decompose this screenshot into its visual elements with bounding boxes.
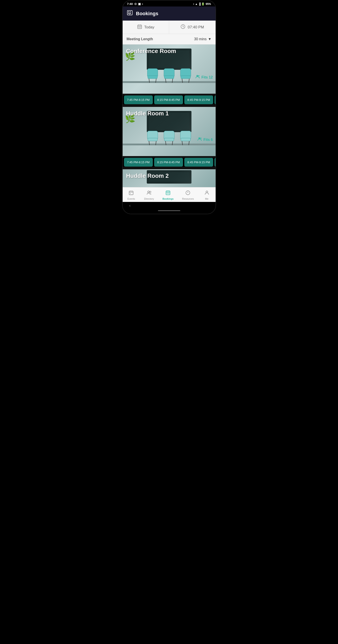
status-left: 7:40 ⊙ ▣ • xyxy=(127,2,143,6)
room-name-overlay-2: Huddle Room 1 xyxy=(123,107,216,120)
svg-rect-12 xyxy=(140,27,141,28)
signal-icon: ▐ xyxy=(199,2,201,6)
svg-rect-29 xyxy=(167,193,167,194)
clock-icon xyxy=(181,24,185,30)
top-filters: Today 07:40 PM xyxy=(123,20,216,34)
chair-1a xyxy=(147,68,158,82)
room-name-overlay-1: Conference Room xyxy=(123,44,216,58)
slot-1-3[interactable]: 9:15 PM-9:45 PM xyxy=(214,96,216,104)
nav-label-bookings: Bookings xyxy=(162,198,174,200)
home-indicator xyxy=(123,208,216,214)
room-illustration-1: 🌿 xyxy=(123,44,216,94)
battery-percent: 95% xyxy=(206,2,211,6)
battery-icon: 🔋 xyxy=(201,2,205,6)
nav-item-bookings[interactable]: Bookings xyxy=(160,189,176,201)
nav-label-me: Me xyxy=(205,198,208,200)
room-illustration-3: Huddle Room 2 xyxy=(123,169,216,187)
svg-rect-10 xyxy=(138,27,139,28)
room-card-1: 🌿 xyxy=(123,44,216,107)
app-header: Bookings xyxy=(123,6,216,20)
slot-1-1[interactable]: 8:15 PM-8:45 PM xyxy=(154,96,183,104)
dot-small: • xyxy=(193,2,194,6)
room-name-1: Conference Room xyxy=(126,48,176,54)
room-name-2: Huddle Room 1 xyxy=(126,110,169,117)
slot-1-2[interactable]: 8:45 PM-9:15 PM xyxy=(184,96,213,104)
capacity-text-2: Fits 6 xyxy=(204,138,213,142)
time-filter[interactable]: 07:40 PM xyxy=(169,20,216,34)
time-slots-2: 7:45 PM-8:15 PM 8:15 PM-8:45 PM 8:45 PM-… xyxy=(123,158,216,166)
back-arrow-area: ‹ xyxy=(123,202,216,208)
back-arrow-icon[interactable]: ‹ xyxy=(129,203,131,208)
svg-rect-1 xyxy=(128,12,129,12)
capacity-icon-1 xyxy=(195,74,200,80)
home-bar xyxy=(158,210,180,211)
slot-2-3[interactable]: 9:15 PM-9:45 PM xyxy=(214,158,216,166)
slots-row-2: 7:45 PM-8:15 PM 8:15 PM-8:45 PM 8:45 PM-… xyxy=(123,156,216,169)
room-name-3: Huddle Room 2 xyxy=(126,172,169,179)
room-card-3: Huddle Room 2 xyxy=(123,169,216,187)
svg-rect-11 xyxy=(139,27,140,28)
meeting-length-bar: Meeting Length 30 mins ▼ xyxy=(123,34,216,44)
wifi-icon: ▲ xyxy=(195,2,198,6)
nav-label-directory: Directory xyxy=(144,198,154,200)
directory-icon xyxy=(146,190,152,197)
date-label: Today xyxy=(144,25,154,30)
status-bar: 7:40 ⊙ ▣ • • ▲ ▐ 🔋 95% xyxy=(123,0,216,6)
events-icon xyxy=(128,190,134,197)
app-title: Bookings xyxy=(136,11,158,16)
bookings-icon xyxy=(165,190,171,197)
chair-2c xyxy=(180,131,191,144)
svg-rect-31 xyxy=(169,193,169,194)
slot-2-0[interactable]: 7:45 PM-8:15 PM xyxy=(124,158,153,166)
svg-rect-30 xyxy=(168,193,168,194)
nav-label-events: Events xyxy=(128,198,135,200)
calendar-icon xyxy=(137,24,142,30)
svg-point-19 xyxy=(200,138,201,139)
time-slots-1: 7:45 PM-8:15 PM 8:15 PM-8:45 PM 8:45 PM-… xyxy=(123,96,216,104)
svg-point-17 xyxy=(198,75,199,76)
status-right: • ▲ ▐ 🔋 95% xyxy=(193,2,211,6)
svg-point-18 xyxy=(198,138,200,139)
room-name-overlay-3: Huddle Room 2 xyxy=(123,169,216,182)
meeting-length-dropdown[interactable]: 30 mins ▼ xyxy=(194,37,212,41)
nav-item-directory[interactable]: Directory xyxy=(142,189,156,201)
slots-row-1: 7:45 PM-8:15 PM 8:15 PM-8:45 PM 8:45 PM-… xyxy=(123,94,216,107)
svg-rect-20 xyxy=(129,191,133,195)
chair-1c xyxy=(180,68,191,82)
slot-1-0[interactable]: 7:45 PM-8:15 PM xyxy=(124,96,153,104)
room-illustration-2: 🌿 xyxy=(123,107,216,156)
date-filter[interactable]: Today xyxy=(123,20,169,34)
slot-2-2[interactable]: 8:45 PM-9:15 PM xyxy=(184,158,213,166)
chair-2a xyxy=(147,131,158,144)
capacity-text-1: Fits 12 xyxy=(202,75,213,80)
photo-icon: ▣ xyxy=(138,2,141,6)
slot-2-1[interactable]: 8:15 PM-8:45 PM xyxy=(154,158,183,166)
svg-point-16 xyxy=(196,75,198,77)
app-building-icon xyxy=(127,10,133,18)
dot-indicator: • xyxy=(142,2,143,6)
room-capacity-2: Fits 6 xyxy=(197,137,213,143)
phone-frame: 7:40 ⊙ ▣ • • ▲ ▐ 🔋 95% Bookings xyxy=(122,0,216,214)
svg-point-24 xyxy=(150,191,151,192)
nav-item-me[interactable]: Me xyxy=(200,189,214,201)
spotify-icon: ⊙ xyxy=(134,2,137,6)
nav-item-events[interactable]: Events xyxy=(124,189,138,201)
meeting-length-value: 30 mins xyxy=(194,37,207,41)
time-display: 7:40 xyxy=(127,2,133,6)
svg-point-23 xyxy=(148,191,149,193)
capacity-icon-2 xyxy=(197,137,202,143)
meeting-length-label: Meeting Length xyxy=(127,37,153,41)
me-icon xyxy=(204,190,210,197)
nav-item-resources[interactable]: Resources xyxy=(180,189,196,201)
rooms-container: 🌿 xyxy=(123,44,216,187)
svg-rect-3 xyxy=(128,13,129,14)
chair-1b xyxy=(163,68,175,82)
nav-bar: Events Directory xyxy=(123,187,216,202)
room-card-2: 🌿 xyxy=(123,107,216,169)
svg-line-15 xyxy=(183,26,184,27)
svg-point-35 xyxy=(206,191,208,193)
svg-point-22 xyxy=(130,193,131,194)
chair-2b xyxy=(163,131,175,144)
time-label: 07:40 PM xyxy=(188,25,204,30)
resources-icon xyxy=(185,190,191,197)
